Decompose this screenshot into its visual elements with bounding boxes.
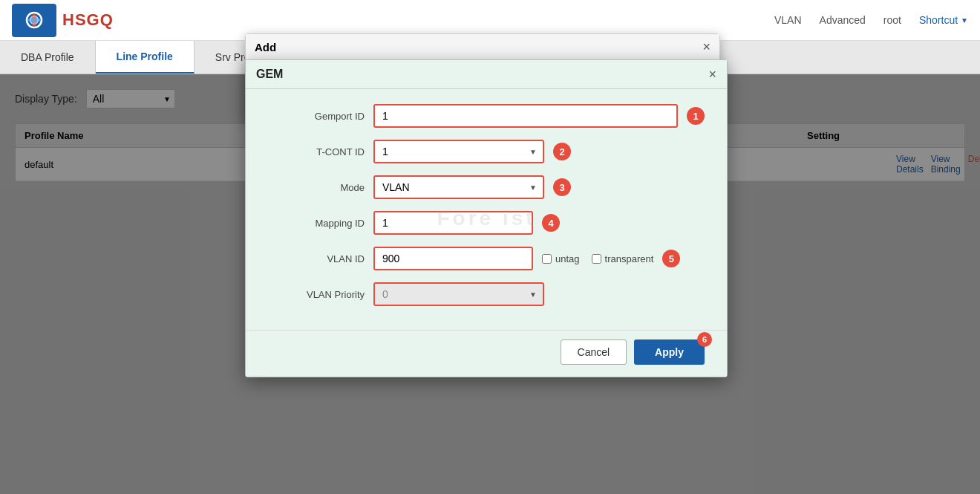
vlan-priority-select-wrap: 0 bbox=[373, 282, 544, 306]
gem-body: Gemport ID 1 T-CONT ID 1 2 Mode bbox=[246, 89, 727, 330]
transparent-label: transparent bbox=[605, 253, 654, 264]
add-dialog-title-bar: Add × bbox=[246, 34, 719, 60]
gem-footer: Cancel Apply 6 bbox=[246, 330, 727, 377]
add-dialog-title: Add bbox=[255, 41, 276, 53]
gem-dialog-title: GEM bbox=[256, 68, 283, 81]
logo-area: HSGQ bbox=[12, 4, 114, 37]
add-dialog-close-button[interactable]: × bbox=[702, 40, 710, 53]
tab-line-profile[interactable]: Line Profile bbox=[96, 41, 195, 74]
tab-dba-profile[interactable]: DBA Profile bbox=[0, 41, 96, 74]
step-badge-6: 6 bbox=[697, 332, 712, 347]
mode-label: Mode bbox=[268, 182, 365, 193]
transparent-checkbox[interactable] bbox=[592, 254, 601, 264]
apply-button[interactable]: Apply 6 bbox=[634, 339, 705, 365]
chevron-down-icon: ▼ bbox=[961, 16, 968, 25]
gem-dialog: GEM × Gemport ID 1 T-CONT ID 1 2 bbox=[245, 59, 728, 377]
mode-row: Mode VLAN 3 bbox=[268, 175, 705, 199]
tcont-id-select-wrap: 1 bbox=[373, 140, 544, 163]
step-badge-4: 4 bbox=[542, 214, 560, 232]
mode-select-wrap: VLAN bbox=[373, 175, 544, 199]
vlan-priority-select[interactable]: 0 bbox=[373, 282, 544, 306]
untag-checkbox[interactable] bbox=[542, 254, 552, 264]
mapping-id-label: Mapping ID bbox=[268, 218, 365, 229]
step-badge-2: 2 bbox=[553, 143, 571, 160]
gem-close-button[interactable]: × bbox=[708, 68, 716, 81]
vlan-row: untag transparent bbox=[373, 247, 653, 270]
mapping-id-row: Mapping ID 4 bbox=[268, 211, 705, 235]
logo-box bbox=[12, 4, 56, 37]
step-badge-1: 1 bbox=[687, 107, 705, 125]
vlan-id-row: VLAN ID untag transparent 5 bbox=[268, 247, 705, 270]
vlan-id-input[interactable] bbox=[373, 247, 533, 270]
vlan-priority-row: VLAN Priority 0 bbox=[268, 282, 705, 306]
tcont-id-row: T-CONT ID 1 2 bbox=[268, 140, 705, 163]
nav-advanced[interactable]: Advanced bbox=[820, 14, 866, 26]
gem-title-bar: GEM × bbox=[246, 60, 727, 89]
nav-user: root bbox=[883, 14, 901, 26]
step-badge-5: 5 bbox=[662, 250, 680, 267]
step-badge-3: 3 bbox=[553, 178, 571, 196]
gemport-id-row: Gemport ID 1 bbox=[268, 104, 705, 128]
vlan-id-label: VLAN ID bbox=[268, 253, 365, 264]
untag-checkbox-label[interactable]: untag bbox=[542, 253, 580, 264]
vlan-priority-label: VLAN Priority bbox=[268, 289, 365, 300]
mapping-id-input[interactable] bbox=[373, 211, 533, 235]
nav-shortcut[interactable]: Shortcut ▼ bbox=[919, 14, 968, 26]
gemport-id-input[interactable] bbox=[373, 104, 678, 128]
transparent-checkbox-label[interactable]: transparent bbox=[592, 253, 654, 264]
nav-vlan[interactable]: VLAN bbox=[774, 14, 802, 26]
cancel-button[interactable]: Cancel bbox=[561, 339, 627, 365]
brand-label: HSGQ bbox=[62, 10, 114, 30]
gemport-id-label: Gemport ID bbox=[268, 111, 365, 122]
main-area: Display Type: All ▼ Profile Name Setting… bbox=[0, 74, 980, 494]
tcont-id-select[interactable]: 1 bbox=[373, 140, 544, 163]
tcont-id-label: T-CONT ID bbox=[268, 146, 365, 157]
untag-label: untag bbox=[555, 253, 580, 264]
nav-right: VLAN Advanced root Shortcut ▼ bbox=[774, 14, 968, 26]
checkbox-group: untag transparent bbox=[542, 253, 653, 264]
mode-select[interactable]: VLAN bbox=[373, 175, 544, 199]
